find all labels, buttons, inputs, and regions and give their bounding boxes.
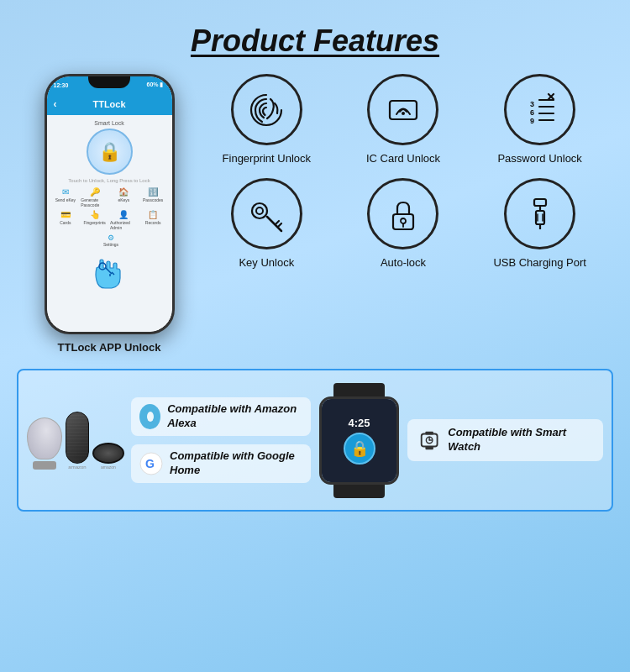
google-home-speaker — [27, 417, 62, 470]
watch-time: 4:25 — [348, 417, 370, 429]
ic-card-label: IC Card Unlock — [366, 152, 440, 165]
usb-icon — [518, 192, 562, 236]
ic-card-circle — [367, 74, 438, 145]
watch-lock-icon: 🔒 — [350, 439, 369, 458]
key-icon — [244, 192, 288, 236]
phone-menu-sendekey[interactable]: ✉ Send eKey — [52, 187, 80, 207]
phone-menu-fingerprints[interactable]: 👆 Fingerprints — [81, 210, 108, 230]
password-icon: 3 6 9 — [518, 88, 562, 132]
svg-line-18 — [276, 221, 279, 224]
phone-notch — [88, 76, 130, 88]
amazon-echo-body — [66, 412, 89, 464]
echo-dot-label: amazon — [101, 465, 116, 470]
svg-rect-23 — [534, 199, 546, 206]
records-icon: 📋 — [148, 210, 158, 219]
watch-band-bottom — [333, 485, 386, 498]
phone-menu-grid: ✉ Send eKey 🔑 Generate Passcode 🏠 eKeys — [50, 187, 169, 207]
phone-time: 12:30 — [54, 82, 69, 88]
svg-text:9: 9 — [530, 117, 534, 125]
svg-point-15 — [252, 203, 267, 218]
settings-icon: ⚙ — [108, 234, 114, 242]
smartwatch-compat-text: Compatible with Smart Watch — [448, 426, 593, 454]
google-icon: G — [139, 452, 163, 475]
svg-line-17 — [267, 217, 281, 231]
svg-text:6: 6 — [530, 108, 534, 117]
compat-labels: Compatible with Amazon Alexa G Compatibl… — [131, 397, 311, 483]
features-grid: Fingerprint Unlock IC Card Unlock 3 — [202, 74, 605, 269]
svg-point-30 — [147, 412, 154, 422]
amazon-echo-speaker: amazon — [66, 412, 89, 470]
autolock-label: Auto-lock — [381, 256, 426, 269]
feature-usb: USB Charging Port — [475, 178, 605, 269]
phone-menu-ekeys[interactable]: 🏠 eKeys — [110, 187, 138, 207]
sendekey-icon: ✉ — [62, 187, 69, 197]
watch-screen: 4:25 🔒 — [322, 399, 396, 482]
password-circle: 3 6 9 — [504, 74, 575, 145]
phone-mockup: 12:30 60% ▮ ‹ TTLock Smart Lock 🔒 Touch … — [45, 74, 175, 334]
phone-lock-circle: 🔒 — [87, 129, 133, 175]
fingerprints-icon: 👆 — [90, 210, 100, 219]
smartwatch-compat-icon — [417, 428, 441, 453]
smartwatch-body: 4:25 🔒 — [319, 396, 399, 485]
phone-app-header: ‹ TTLock — [47, 93, 172, 115]
smartwatch-wrapper: 4:25 🔒 — [319, 383, 399, 498]
ekeys-label: eKeys — [118, 197, 129, 202]
passcodes-label: Passcodes — [143, 197, 163, 202]
svg-rect-34 — [425, 432, 433, 435]
usb-label: USB Charging Port — [493, 256, 586, 269]
feature-fingerprint: Fingerprint Unlock — [202, 74, 332, 165]
admin-icon: 👤 — [118, 210, 129, 219]
feature-key: Key Unlock — [202, 178, 332, 269]
watch-band-top — [333, 383, 386, 396]
phone-back-arrow: ‹ — [54, 98, 57, 110]
phone-app-name: TTLock — [92, 99, 125, 109]
fingerprint-icon — [244, 88, 288, 132]
svg-text:G: G — [145, 457, 155, 470]
phone-smart-lock-label: Smart Lock — [94, 120, 123, 126]
alexa-compat-item: Compatible with Amazon Alexa — [131, 397, 311, 436]
key-label: Key Unlock — [239, 256, 294, 269]
autolock-icon — [381, 192, 425, 236]
key-circle — [231, 178, 302, 249]
phone-menu-grid2: 💳 Cards 👆 Fingerprints 👤 Authorized Admi… — [50, 210, 169, 230]
alexa-icon — [139, 404, 160, 429]
smartwatch-compat-item: Compatible with Smart Watch — [407, 419, 603, 461]
svg-text:3: 3 — [530, 100, 534, 108]
feature-password: 3 6 9 Password Unlock — [475, 74, 605, 165]
svg-line-19 — [278, 223, 281, 227]
echo-dot-body — [92, 443, 124, 464]
compatibility-banner: amazon amazon Compatible with Amazon Ale… — [17, 369, 613, 512]
settings-label: Settings — [103, 242, 118, 247]
cards-label: Cards — [60, 220, 71, 225]
svg-rect-35 — [425, 447, 433, 450]
smart-speakers: amazon amazon — [27, 412, 124, 470]
cards-icon: 💳 — [60, 210, 71, 219]
phone-menu-passcodes[interactable]: 🔢 Passcodes — [139, 187, 167, 207]
google-home-body — [27, 417, 62, 459]
phone-settings[interactable]: ⚙ Settings — [50, 234, 169, 247]
main-content: 12:30 60% ▮ ‹ TTLock Smart Lock 🔒 Touch … — [0, 74, 630, 354]
banner-right-section: 4:25 🔒 Compatible with Smart Watch — [319, 383, 603, 498]
google-compat-item: G Compatible with Google Home — [131, 444, 311, 483]
echo-dot-speaker: amazon — [92, 443, 124, 470]
phone-app-label: TTLock APP Unlock — [58, 341, 161, 354]
fingerprints-label: Fingerprints — [83, 220, 105, 225]
echo-texture — [66, 412, 88, 463]
watch-lock-circle: 🔒 — [344, 433, 375, 465]
google-svg: G — [139, 452, 163, 475]
passcode-icon: 🔑 — [90, 187, 100, 197]
hand-key-icon — [88, 251, 130, 293]
phone-menu-cards[interactable]: 💳 Cards — [52, 210, 80, 230]
phone-battery: 60% ▮ — [147, 81, 164, 88]
svg-point-5 — [402, 112, 405, 115]
phone-lock-icon: 🔒 — [98, 141, 121, 163]
usb-circle — [504, 178, 575, 249]
ekeys-icon: 🏠 — [118, 187, 129, 197]
phone-menu-passcode[interactable]: 🔑 Generate Passcode — [81, 187, 108, 207]
admin-label: Authorized Admin — [110, 220, 138, 230]
phone-menu-records[interactable]: 📋 Records — [139, 210, 167, 230]
phone-menu-admin[interactable]: 👤 Authorized Admin — [110, 210, 138, 230]
sendekey-label: Send eKey — [55, 197, 76, 202]
ic-card-icon — [381, 88, 425, 132]
passcodes-icon: 🔢 — [148, 187, 158, 197]
